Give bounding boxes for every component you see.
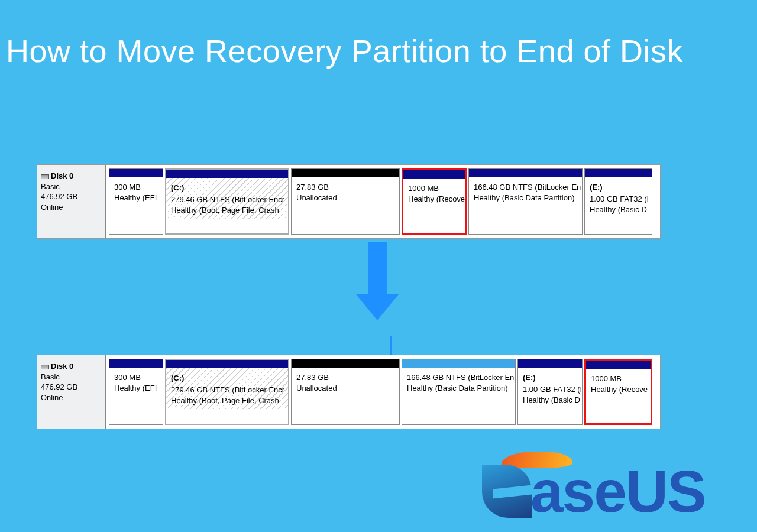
partition-color-bar: [586, 361, 651, 369]
partition-size: 166.48 GB NTFS (BitLocker En: [407, 372, 512, 383]
disk-type: Basic: [41, 372, 102, 382]
disk-panel-before: Disk 0 Basic 476.92 GB Online 300 MBHeal…: [37, 164, 661, 239]
down-arrow-icon: [358, 242, 396, 325]
partition-info: 27.83 GBUnallocated: [292, 368, 399, 396]
partition-size: 27.83 GB: [296, 372, 396, 383]
partition-info: 300 MBHealthy (EFI: [109, 368, 163, 396]
partition-size: 27.83 GB: [296, 182, 396, 193]
partition-size: 1000 MB: [408, 183, 461, 194]
partition-info: 27.83 GBUnallocated: [292, 177, 399, 206]
partition-block[interactable]: 1000 MBHealthy (Recove: [584, 359, 652, 425]
partition-color-bar: [292, 359, 399, 368]
partition-status: Unallocated: [296, 383, 396, 394]
partition-block[interactable]: (C:)279.46 GB NTFS (BitLocker EncrHealth…: [165, 168, 289, 235]
disk-size: 476.92 GB: [41, 382, 102, 392]
partition-color-bar: [109, 169, 163, 177]
logo-text: aseUS: [530, 458, 706, 525]
partition-color-bar: [109, 359, 163, 368]
partition-info: (E:)1.00 GB FAT32 (IHealthy (Basic D: [518, 368, 582, 408]
partition-info: 300 MBHealthy (EFI: [109, 177, 163, 206]
partition-track-after: 300 MBHealthy (EFI(C:)279.46 GB NTFS (Bi…: [106, 359, 656, 425]
partition-status: Healthy (Basic D: [523, 395, 578, 406]
partition-letter: (C:): [171, 183, 284, 193]
partition-block[interactable]: (C:)279.46 GB NTFS (BitLocker EncrHealth…: [165, 359, 289, 425]
disk-header: Disk 0 Basic 476.92 GB Online: [37, 165, 106, 238]
logo-e-icon: [482, 465, 532, 518]
partition-status: Healthy (EFI: [114, 193, 159, 203]
partition-info: 1000 MBHealthy (Recove: [403, 179, 465, 207]
disk-icon: [41, 174, 49, 179]
partition-size: 300 MB: [114, 372, 159, 383]
partition-letter: (E:): [590, 182, 648, 193]
easeus-logo: aseUS: [482, 447, 754, 530]
partition-track-before: 300 MBHealthy (EFI(C:)279.46 GB NTFS (Bi…: [106, 168, 656, 235]
partition-color-bar: [469, 169, 582, 177]
partition-block[interactable]: (E:)1.00 GB FAT32 (IHealthy (Basic D: [517, 359, 583, 425]
disk-label: Disk 0: [51, 362, 73, 371]
partition-color-bar: [518, 359, 582, 368]
partition-color-bar: [166, 170, 288, 178]
partition-block[interactable]: 300 MBHealthy (EFI: [109, 168, 163, 235]
partition-info: (C:)279.46 GB NTFS (BitLocker EncrHealth…: [166, 178, 288, 219]
partition-status: Healthy (Recove: [591, 384, 647, 395]
disk-status: Online: [41, 392, 102, 403]
page-title: How to Move Recovery Partition to End of…: [0, 0, 757, 69]
disk-type: Basic: [41, 181, 102, 192]
partition-block[interactable]: 27.83 GBUnallocated: [291, 359, 400, 425]
disk-label: Disk 0: [51, 171, 73, 180]
partition-size: 166.48 GB NTFS (BitLocker En: [474, 182, 578, 193]
partition-status: Healthy (Basic Data Partition): [474, 193, 578, 203]
partition-block[interactable]: 166.48 GB NTFS (BitLocker EnHealthy (Bas…: [402, 359, 516, 425]
partition-block[interactable]: (E:)1.00 GB FAT32 (IHealthy (Basic D: [584, 168, 652, 235]
partition-color-bar: [585, 169, 652, 177]
partition-info: 166.48 GB NTFS (BitLocker EnHealthy (Bas…: [402, 368, 515, 396]
partition-info: 166.48 GB NTFS (BitLocker EnHealthy (Bas…: [469, 177, 582, 206]
disk-size: 476.92 GB: [41, 192, 102, 202]
partition-info: (C:)279.46 GB NTFS (BitLocker EncrHealth…: [166, 368, 288, 409]
partition-status: Healthy (Boot, Page File, Crash: [171, 395, 284, 406]
partition-info: (E:)1.00 GB FAT32 (IHealthy (Basic D: [585, 177, 652, 218]
partition-info: 1000 MBHealthy (Recove: [586, 369, 651, 397]
partition-status: Healthy (EFI: [114, 383, 159, 394]
partition-letter: (E:): [523, 372, 578, 383]
partition-block[interactable]: 300 MBHealthy (EFI: [109, 359, 163, 425]
partition-color-bar: [166, 360, 288, 368]
partition-color-bar: [292, 169, 399, 177]
partition-status: Unallocated: [296, 193, 396, 203]
disk-header: Disk 0 Basic 476.92 GB Online: [37, 355, 106, 429]
partition-block[interactable]: 27.83 GBUnallocated: [291, 168, 400, 235]
disk-status: Online: [41, 202, 102, 213]
disk-panel-after: Disk 0 Basic 476.92 GB Online 300 MBHeal…: [37, 355, 661, 429]
partition-status: Healthy (Basic D: [590, 205, 648, 215]
partition-status: Healthy (Basic Data Partition): [407, 383, 512, 394]
partition-size: 279.46 GB NTFS (BitLocker Encr: [171, 385, 284, 395]
divider-line: [390, 336, 392, 357]
partition-size: 1.00 GB FAT32 (I: [523, 384, 578, 395]
partition-block[interactable]: 166.48 GB NTFS (BitLocker EnHealthy (Bas…: [468, 168, 583, 235]
partition-color-bar: [403, 170, 465, 179]
partition-size: 279.46 GB NTFS (BitLocker Encr: [171, 194, 284, 205]
partition-color-bar: [402, 359, 515, 368]
partition-letter: (C:): [171, 373, 284, 384]
partition-size: 1000 MB: [591, 374, 647, 384]
partition-status: Healthy (Boot, Page File, Crash: [171, 205, 284, 216]
disk-icon: [41, 365, 49, 369]
partition-block[interactable]: 1000 MBHealthy (Recove: [402, 168, 467, 235]
partition-size: 300 MB: [114, 182, 159, 193]
partition-status: Healthy (Recove: [408, 194, 461, 205]
partition-size: 1.00 GB FAT32 (I: [590, 194, 648, 205]
